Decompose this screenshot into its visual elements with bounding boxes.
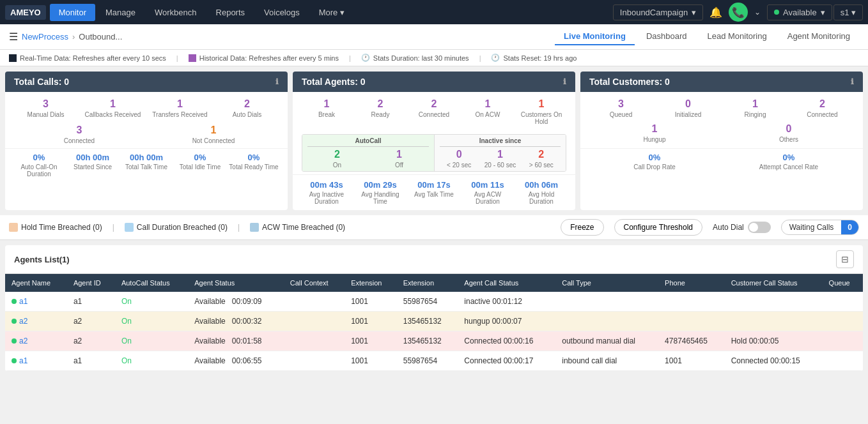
configure-threshold-button[interactable]: Configure Threshold	[614, 219, 703, 236]
stat-ready: 2 Ready	[355, 98, 405, 125]
initialized-label: Initialized	[656, 111, 720, 118]
attempt-cancel-label: Attempt Cancel Rate	[724, 163, 854, 170]
agent-id: a2	[67, 312, 115, 331]
total-customers-card: Total Customers: 0 ℹ 3 Queued 0 Initiali…	[580, 72, 863, 210]
not-connected-label: Not Connected	[148, 137, 279, 144]
table-row: a2 a2 On Available 00:01:58 1001 1354651…	[5, 331, 863, 351]
stat-acw: 1 On ACW	[463, 98, 513, 125]
nav-workbench[interactable]: Workbench	[146, 4, 206, 21]
autocall-status: On	[115, 351, 188, 371]
agent-name[interactable]: a2	[19, 317, 27, 326]
sep1: |	[176, 54, 178, 62]
agent-name-cell: a2	[5, 331, 67, 351]
total-customers-header: Total Customers: 0 ℹ	[580, 72, 863, 92]
filter-button[interactable]: ⊟	[836, 250, 854, 268]
bell-icon[interactable]: 🔔	[709, 6, 722, 19]
historical-info: Historical Data: Refreshes after every 5…	[189, 54, 339, 62]
extension: 1001	[345, 312, 397, 331]
nav-more[interactable]: More ▾	[310, 4, 354, 21]
col-customer-call-status: Customer Call Status	[725, 274, 823, 292]
status-selector[interactable]: Available ▾	[767, 4, 832, 20]
agent-name-cell: a1	[5, 292, 67, 312]
agent-name[interactable]: a1	[19, 297, 27, 306]
manual-dials-label: Manual Dials	[14, 111, 77, 118]
callbacks-label: Callbacks Received	[81, 111, 144, 118]
inactive-20-60: 1 20 - 60 sec	[481, 149, 519, 169]
realtime-icon	[9, 54, 17, 62]
status-indicator	[774, 10, 779, 15]
nav-monitor[interactable]: Monitor	[50, 4, 95, 21]
agent-id: a1	[67, 292, 115, 312]
nav-manage[interactable]: Manage	[97, 4, 144, 21]
autocall-status: On	[115, 292, 188, 312]
user-selector[interactable]: s1 ▾	[833, 4, 863, 20]
breadcrumb-separator: ›	[72, 32, 75, 42]
stats-reset: 🕐 Stats Reset: 19 hrs ago	[491, 54, 577, 62]
total-calls-durations: 0% Auto Call-On Duration 00h 00m Started…	[5, 148, 288, 184]
phone-num: 1001	[658, 351, 725, 371]
dur-started-value: 00h 00m	[68, 153, 118, 162]
customer-rates: 0% Call Drop Rate 0% Attempt Cancel Rate	[580, 148, 863, 177]
col-extension: Extension	[345, 274, 397, 292]
tab-live-monitoring[interactable]: Live Monitoring	[555, 28, 635, 45]
inactive-lt20-value: 0	[440, 149, 478, 160]
agent-name[interactable]: a2	[19, 337, 27, 345]
hamburger-icon[interactable]: ☰	[9, 31, 18, 43]
break-value: 1	[302, 98, 352, 110]
call-breach-icon	[125, 223, 134, 232]
agent-duration-row: 00m 43s Avg Inactive Duration 00m 29s Av…	[293, 174, 575, 210]
total-calls-card: Total Calls: 0 ℹ 3 Manual Dials 1 Callba…	[5, 72, 288, 210]
tab-agent-monitoring[interactable]: Agent Monitoring	[779, 28, 859, 45]
customer-top-stats: 3 Queued 0 Initialized 1 Ringing 2 Conne…	[580, 92, 863, 121]
info-icon[interactable]: ℹ	[851, 77, 854, 86]
nav-icons: 🔔 📞 ⌄	[704, 3, 766, 22]
table-row: a2 a2 On Available 00:00:32 1001 1354651…	[5, 312, 863, 331]
online-dot	[12, 338, 17, 344]
autocall-on-label: On	[307, 162, 367, 169]
call-button[interactable]: 📞	[729, 3, 748, 22]
call-type	[555, 292, 658, 312]
agent-name[interactable]: a1	[19, 356, 27, 365]
inactive-20-60-value: 1	[481, 149, 519, 160]
table-row: a1 a1 On Available 00:06:55 1001 5598765…	[5, 351, 863, 371]
acw-label: On ACW	[463, 111, 513, 118]
info-icon[interactable]: ℹ	[563, 77, 566, 86]
agent-call-status: inactive 00:01:12	[458, 292, 555, 312]
ringing-value: 1	[724, 98, 787, 110]
nav-voicelogs[interactable]: Voicelogs	[255, 4, 309, 21]
queue	[823, 292, 863, 312]
stat-callbacks: 1 Callbacks Received	[81, 98, 144, 118]
queue	[823, 331, 863, 351]
dur-talk-time: 00h 00m Total Talk Time	[121, 153, 171, 178]
queued-value: 3	[589, 98, 653, 110]
agents-header: Agents List(1) ⊟	[5, 245, 863, 274]
auto-dial-toggle[interactable]	[748, 222, 771, 233]
freeze-button[interactable]: Freeze	[561, 219, 603, 236]
inactive-header: Inactive since	[440, 137, 561, 147]
tab-lead-monitoring[interactable]: Lead Monitoring	[698, 28, 775, 45]
info-icon[interactable]: ℹ	[275, 77, 279, 86]
reset-icon: 🕐	[491, 54, 500, 62]
call-drop-rate: 0% Call Drop Rate	[589, 153, 720, 170]
col-agent-call-status: Agent Call Status	[458, 274, 555, 292]
sep5: |	[238, 223, 240, 232]
customer-call-status	[725, 292, 823, 312]
tab-dashboard[interactable]: Dashboard	[637, 28, 696, 45]
stats-duration: 🕐 Stats Duration: last 30 minutes	[361, 54, 469, 62]
cust-hold-value: 1	[516, 98, 566, 110]
breadcrumb-root[interactable]: NewProcess	[22, 32, 68, 42]
campaign-selector[interactable]: InboundCampaign ▾	[613, 4, 703, 20]
historical-text: Historical Data: Refreshes after every 5…	[199, 54, 339, 62]
agent-name-cell: a1	[5, 351, 67, 371]
expand-icon[interactable]: ⌄	[754, 8, 761, 17]
call-duration-breach: Call Duration Breached (0)	[125, 223, 228, 232]
nav-reports[interactable]: Reports	[207, 4, 254, 21]
extension: 1001	[345, 292, 397, 312]
cust-connected-label: Connected	[791, 111, 854, 118]
autocall-status: On	[115, 331, 188, 351]
user-name: s1	[841, 8, 849, 17]
autocall-on: 2 On	[307, 149, 367, 169]
others-value: 0	[724, 123, 854, 135]
app-logo[interactable]: AMEYO	[5, 5, 46, 20]
agents-section: Agents List(1) ⊟ Agent Name Agent ID Aut…	[5, 245, 863, 371]
